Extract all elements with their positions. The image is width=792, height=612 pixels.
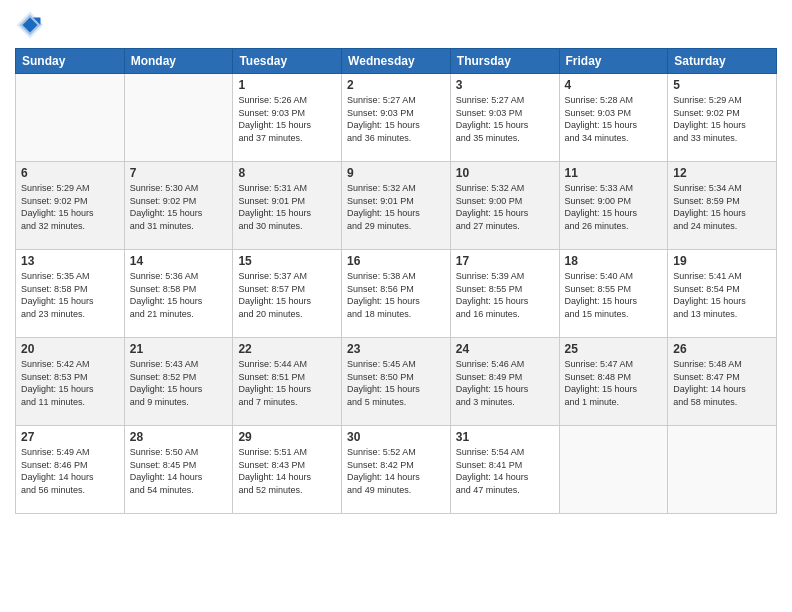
day-info: Sunrise: 5:36 AM Sunset: 8:58 PM Dayligh… xyxy=(130,270,228,320)
calendar-day-cell: 2Sunrise: 5:27 AM Sunset: 9:03 PM Daylig… xyxy=(342,74,451,162)
day-number: 24 xyxy=(456,342,554,356)
calendar-day-header: Monday xyxy=(124,49,233,74)
calendar-day-header: Friday xyxy=(559,49,668,74)
calendar-day-cell: 4Sunrise: 5:28 AM Sunset: 9:03 PM Daylig… xyxy=(559,74,668,162)
day-number: 17 xyxy=(456,254,554,268)
day-info: Sunrise: 5:48 AM Sunset: 8:47 PM Dayligh… xyxy=(673,358,771,408)
calendar-day-cell: 26Sunrise: 5:48 AM Sunset: 8:47 PM Dayli… xyxy=(668,338,777,426)
day-info: Sunrise: 5:27 AM Sunset: 9:03 PM Dayligh… xyxy=(347,94,445,144)
day-info: Sunrise: 5:34 AM Sunset: 8:59 PM Dayligh… xyxy=(673,182,771,232)
day-info: Sunrise: 5:45 AM Sunset: 8:50 PM Dayligh… xyxy=(347,358,445,408)
calendar-day-cell: 11Sunrise: 5:33 AM Sunset: 9:00 PM Dayli… xyxy=(559,162,668,250)
calendar-day-cell: 20Sunrise: 5:42 AM Sunset: 8:53 PM Dayli… xyxy=(16,338,125,426)
calendar-day-cell: 8Sunrise: 5:31 AM Sunset: 9:01 PM Daylig… xyxy=(233,162,342,250)
calendar-day-header: Sunday xyxy=(16,49,125,74)
day-info: Sunrise: 5:51 AM Sunset: 8:43 PM Dayligh… xyxy=(238,446,336,496)
day-info: Sunrise: 5:33 AM Sunset: 9:00 PM Dayligh… xyxy=(565,182,663,232)
day-number: 7 xyxy=(130,166,228,180)
day-number: 25 xyxy=(565,342,663,356)
calendar-day-cell: 24Sunrise: 5:46 AM Sunset: 8:49 PM Dayli… xyxy=(450,338,559,426)
calendar-day-cell: 14Sunrise: 5:36 AM Sunset: 8:58 PM Dayli… xyxy=(124,250,233,338)
day-number: 26 xyxy=(673,342,771,356)
calendar-day-cell: 12Sunrise: 5:34 AM Sunset: 8:59 PM Dayli… xyxy=(668,162,777,250)
day-info: Sunrise: 5:42 AM Sunset: 8:53 PM Dayligh… xyxy=(21,358,119,408)
calendar-day-cell: 21Sunrise: 5:43 AM Sunset: 8:52 PM Dayli… xyxy=(124,338,233,426)
calendar-day-cell xyxy=(124,74,233,162)
day-info: Sunrise: 5:31 AM Sunset: 9:01 PM Dayligh… xyxy=(238,182,336,232)
calendar-day-cell: 25Sunrise: 5:47 AM Sunset: 8:48 PM Dayli… xyxy=(559,338,668,426)
day-number: 10 xyxy=(456,166,554,180)
calendar-week-row: 6Sunrise: 5:29 AM Sunset: 9:02 PM Daylig… xyxy=(16,162,777,250)
day-info: Sunrise: 5:27 AM Sunset: 9:03 PM Dayligh… xyxy=(456,94,554,144)
day-number: 1 xyxy=(238,78,336,92)
calendar-day-cell xyxy=(668,426,777,514)
calendar-day-cell: 27Sunrise: 5:49 AM Sunset: 8:46 PM Dayli… xyxy=(16,426,125,514)
calendar-day-cell: 17Sunrise: 5:39 AM Sunset: 8:55 PM Dayli… xyxy=(450,250,559,338)
calendar-day-cell: 6Sunrise: 5:29 AM Sunset: 9:02 PM Daylig… xyxy=(16,162,125,250)
day-info: Sunrise: 5:35 AM Sunset: 8:58 PM Dayligh… xyxy=(21,270,119,320)
day-number: 22 xyxy=(238,342,336,356)
day-info: Sunrise: 5:44 AM Sunset: 8:51 PM Dayligh… xyxy=(238,358,336,408)
day-info: Sunrise: 5:38 AM Sunset: 8:56 PM Dayligh… xyxy=(347,270,445,320)
day-number: 18 xyxy=(565,254,663,268)
calendar-day-cell: 3Sunrise: 5:27 AM Sunset: 9:03 PM Daylig… xyxy=(450,74,559,162)
day-info: Sunrise: 5:32 AM Sunset: 9:00 PM Dayligh… xyxy=(456,182,554,232)
calendar-day-cell: 30Sunrise: 5:52 AM Sunset: 8:42 PM Dayli… xyxy=(342,426,451,514)
day-info: Sunrise: 5:40 AM Sunset: 8:55 PM Dayligh… xyxy=(565,270,663,320)
day-info: Sunrise: 5:29 AM Sunset: 9:02 PM Dayligh… xyxy=(21,182,119,232)
day-info: Sunrise: 5:37 AM Sunset: 8:57 PM Dayligh… xyxy=(238,270,336,320)
day-info: Sunrise: 5:29 AM Sunset: 9:02 PM Dayligh… xyxy=(673,94,771,144)
day-number: 14 xyxy=(130,254,228,268)
calendar-week-row: 1Sunrise: 5:26 AM Sunset: 9:03 PM Daylig… xyxy=(16,74,777,162)
day-number: 6 xyxy=(21,166,119,180)
day-number: 9 xyxy=(347,166,445,180)
calendar-table: SundayMondayTuesdayWednesdayThursdayFrid… xyxy=(15,48,777,514)
calendar-week-row: 20Sunrise: 5:42 AM Sunset: 8:53 PM Dayli… xyxy=(16,338,777,426)
day-info: Sunrise: 5:41 AM Sunset: 8:54 PM Dayligh… xyxy=(673,270,771,320)
calendar-day-cell xyxy=(559,426,668,514)
calendar-day-cell: 19Sunrise: 5:41 AM Sunset: 8:54 PM Dayli… xyxy=(668,250,777,338)
page: SundayMondayTuesdayWednesdayThursdayFrid… xyxy=(0,0,792,612)
day-number: 4 xyxy=(565,78,663,92)
calendar-day-header: Wednesday xyxy=(342,49,451,74)
logo xyxy=(15,10,49,40)
day-info: Sunrise: 5:26 AM Sunset: 9:03 PM Dayligh… xyxy=(238,94,336,144)
calendar-day-cell xyxy=(16,74,125,162)
calendar-day-cell: 15Sunrise: 5:37 AM Sunset: 8:57 PM Dayli… xyxy=(233,250,342,338)
calendar-header-row: SundayMondayTuesdayWednesdayThursdayFrid… xyxy=(16,49,777,74)
day-number: 29 xyxy=(238,430,336,444)
day-number: 11 xyxy=(565,166,663,180)
logo-icon xyxy=(15,10,45,40)
day-number: 30 xyxy=(347,430,445,444)
calendar-day-cell: 5Sunrise: 5:29 AM Sunset: 9:02 PM Daylig… xyxy=(668,74,777,162)
calendar-day-cell: 22Sunrise: 5:44 AM Sunset: 8:51 PM Dayli… xyxy=(233,338,342,426)
day-number: 28 xyxy=(130,430,228,444)
day-info: Sunrise: 5:28 AM Sunset: 9:03 PM Dayligh… xyxy=(565,94,663,144)
calendar-day-cell: 29Sunrise: 5:51 AM Sunset: 8:43 PM Dayli… xyxy=(233,426,342,514)
day-number: 13 xyxy=(21,254,119,268)
day-number: 23 xyxy=(347,342,445,356)
day-info: Sunrise: 5:49 AM Sunset: 8:46 PM Dayligh… xyxy=(21,446,119,496)
calendar-day-cell: 10Sunrise: 5:32 AM Sunset: 9:00 PM Dayli… xyxy=(450,162,559,250)
day-info: Sunrise: 5:30 AM Sunset: 9:02 PM Dayligh… xyxy=(130,182,228,232)
day-number: 16 xyxy=(347,254,445,268)
day-number: 20 xyxy=(21,342,119,356)
day-number: 19 xyxy=(673,254,771,268)
day-info: Sunrise: 5:52 AM Sunset: 8:42 PM Dayligh… xyxy=(347,446,445,496)
day-number: 27 xyxy=(21,430,119,444)
day-number: 21 xyxy=(130,342,228,356)
calendar-day-cell: 28Sunrise: 5:50 AM Sunset: 8:45 PM Dayli… xyxy=(124,426,233,514)
calendar-week-row: 13Sunrise: 5:35 AM Sunset: 8:58 PM Dayli… xyxy=(16,250,777,338)
calendar-day-cell: 31Sunrise: 5:54 AM Sunset: 8:41 PM Dayli… xyxy=(450,426,559,514)
calendar-day-header: Tuesday xyxy=(233,49,342,74)
day-number: 2 xyxy=(347,78,445,92)
day-info: Sunrise: 5:39 AM Sunset: 8:55 PM Dayligh… xyxy=(456,270,554,320)
calendar-day-header: Thursday xyxy=(450,49,559,74)
calendar-day-header: Saturday xyxy=(668,49,777,74)
calendar-week-row: 27Sunrise: 5:49 AM Sunset: 8:46 PM Dayli… xyxy=(16,426,777,514)
calendar-day-cell: 18Sunrise: 5:40 AM Sunset: 8:55 PM Dayli… xyxy=(559,250,668,338)
day-info: Sunrise: 5:32 AM Sunset: 9:01 PM Dayligh… xyxy=(347,182,445,232)
calendar-day-cell: 1Sunrise: 5:26 AM Sunset: 9:03 PM Daylig… xyxy=(233,74,342,162)
calendar-day-cell: 16Sunrise: 5:38 AM Sunset: 8:56 PM Dayli… xyxy=(342,250,451,338)
day-number: 3 xyxy=(456,78,554,92)
